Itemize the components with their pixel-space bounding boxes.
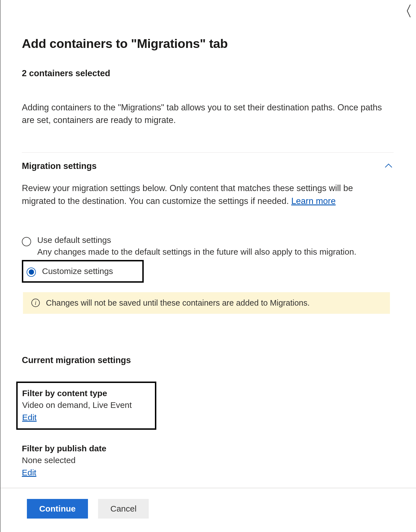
migration-settings-header[interactable]: Migration settings — [22, 161, 394, 171]
info-banner: i Changes will not be saved until these … — [23, 292, 390, 314]
radio-labels: Use default settings Any changes made to… — [37, 235, 356, 258]
migration-settings-title: Migration settings — [22, 161, 97, 171]
chevron-up-icon — [384, 161, 394, 171]
separator — [22, 152, 394, 153]
setting-value: None selected — [22, 456, 394, 465]
edit-content-type-link[interactable]: Edit — [22, 413, 37, 422]
radio-default-sub: Any changes made to the default settings… — [37, 246, 356, 258]
close-icon[interactable]: 〈 — [406, 3, 411, 17]
setting-label: Filter by publish date — [22, 444, 394, 453]
edit-publish-date-link[interactable]: Edit — [22, 468, 36, 477]
cancel-button[interactable]: Cancel — [98, 499, 149, 519]
settings-radio-group: Use default settings Any changes made to… — [22, 235, 394, 314]
radio-default-label: Use default settings — [37, 235, 356, 245]
migration-settings-description: Review your migration settings below. On… — [22, 182, 389, 208]
info-banner-text: Changes will not be saved until these co… — [46, 298, 310, 308]
radio-icon — [22, 237, 31, 246]
setting-filter-content-type: Filter by content type Video on demand, … — [16, 382, 156, 430]
page-description: Adding containers to the "Migrations" ta… — [22, 101, 389, 127]
setting-filter-publish-date: Filter by publish date None selected Edi… — [22, 444, 394, 477]
footer-bar: Continue Cancel — [1, 488, 416, 519]
radio-icon — [27, 268, 36, 277]
radio-use-default[interactable]: Use default settings Any changes made to… — [22, 235, 394, 258]
page-title: Add containers to "Migrations" tab — [22, 36, 394, 51]
radio-customize-label: Customize settings — [42, 266, 113, 276]
radio-customize[interactable]: Customize settings — [22, 260, 144, 283]
add-containers-panel: Add containers to "Migrations" tab 2 con… — [1, 0, 416, 477]
info-icon: i — [31, 299, 40, 307]
current-settings-title: Current migration settings — [22, 355, 394, 365]
setting-value: Video on demand, Live Event — [22, 400, 147, 410]
selected-count: 2 containers selected — [22, 68, 394, 78]
setting-label: Filter by content type — [22, 389, 147, 398]
learn-more-link[interactable]: Learn more — [291, 196, 336, 206]
continue-button[interactable]: Continue — [27, 499, 88, 519]
